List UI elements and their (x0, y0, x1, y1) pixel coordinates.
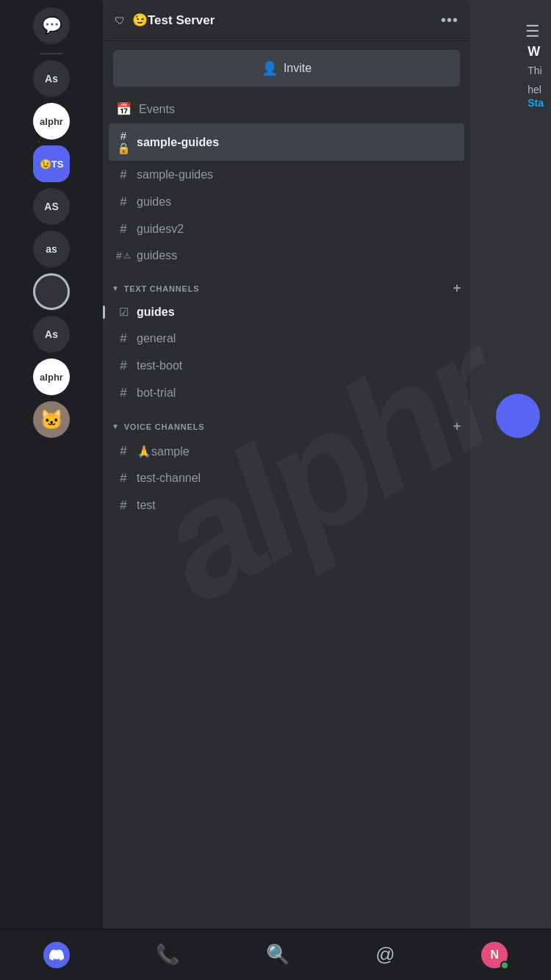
hash-icon: # (116, 195, 131, 209)
category-text-channels[interactable]: ▼ TEXT CHANNELS + (109, 269, 464, 299)
server-label: 😉TS (40, 159, 64, 170)
server-label: as (46, 243, 57, 255)
hash-icon: # (116, 444, 131, 458)
active-indicator (103, 306, 105, 319)
server-label: alphr (40, 372, 63, 383)
channel-name: guidess (137, 249, 177, 262)
right-panel-content: W Thi hel Sta (527, 44, 544, 109)
hash-icon: # (116, 498, 131, 513)
add-channel-button[interactable]: + (453, 281, 461, 296)
channel-item-bot-trial[interactable]: # bot-trial (109, 380, 464, 406)
calendar-icon: 📅 (116, 101, 132, 117)
chat-icon: 💬 (42, 16, 62, 35)
events-item[interactable]: 📅 Events (109, 96, 464, 123)
right-panel-text2: hel (527, 83, 544, 98)
hash-icon: # (116, 359, 131, 373)
right-panel-avatar (496, 394, 540, 438)
nav-item-discord[interactable] (43, 942, 70, 968)
right-panel-text1: Thi (527, 64, 544, 79)
sidebar-item-as-1[interactable]: As (33, 60, 70, 97)
sidebar-item-dm[interactable]: 💬 (33, 7, 70, 44)
shield-icon: 🛡 (115, 15, 125, 26)
hash-icon: # (116, 222, 131, 237)
chevron-icon: ▼ (112, 422, 120, 430)
channel-item-general[interactable]: # general (109, 325, 464, 352)
online-status-dot (500, 961, 509, 970)
channel-item-sample-guides-pin[interactable]: #🔒 sample-guides (109, 123, 464, 161)
server-sidebar: 💬 As alphr 😉TS AS as As alphr 🐱 (0, 0, 103, 980)
cat-icon: 🐱 (40, 408, 63, 431)
channel-item-sample-guides[interactable]: # sample-guides (109, 162, 464, 188)
server-label: As (45, 328, 58, 340)
hash-icon: # (116, 167, 131, 182)
add-channel-button[interactable]: + (453, 419, 461, 434)
right-panel-link[interactable]: Sta (527, 97, 544, 109)
category-label: TEXT CHANNELS (124, 284, 200, 293)
sidebar-item-as-2[interactable]: AS (33, 188, 70, 225)
channel-name: test-boot (137, 359, 182, 372)
nav-item-friends[interactable]: 📞 (156, 943, 179, 966)
invite-label: Invite (284, 62, 311, 75)
sidebar-item-cat[interactable]: 🐱 (33, 401, 70, 438)
channel-item-guidess[interactable]: #⚠ guidess (109, 243, 464, 268)
channel-name: bot-trial (137, 386, 176, 400)
channel-list: 📅 Events #🔒 sample-guides # sample-guide… (103, 96, 470, 933)
channel-item-test-channel[interactable]: # test-channel (109, 465, 464, 491)
discord-icon (43, 942, 70, 968)
sidebar-item-as-3[interactable]: as (33, 231, 70, 267)
channel-item-test-boot[interactable]: # test-boot (109, 353, 464, 379)
chevron-icon: ▼ (112, 284, 120, 292)
checkbox-icon: ☑ (116, 306, 131, 319)
hash-icon: # (116, 331, 131, 346)
channel-item-guidesv2[interactable]: # guidesv2 (109, 216, 464, 242)
hash-lock-icon: #🔒 (116, 129, 131, 155)
nav-item-search[interactable]: 🔍 (266, 943, 289, 966)
channel-name: guidesv2 (137, 223, 184, 236)
server-label: As (45, 73, 58, 84)
nitro-icon: N (481, 942, 508, 968)
server-header[interactable]: 🛡 😉Test Server ••• (103, 0, 470, 41)
right-panel-title: W (527, 44, 544, 60)
sidebar-item-alphr-2[interactable]: alphr (33, 359, 70, 395)
sidebar-item-ts-active[interactable]: 😉TS (33, 145, 70, 182)
category-label: VOICE CHANNELS (124, 422, 205, 431)
sidebar-item-as-4[interactable]: As (33, 316, 70, 353)
mention-icon: @ (375, 943, 395, 966)
server-label: alphr (40, 116, 63, 127)
hash-icon: # (116, 471, 131, 486)
sidebar-item-alphr-1[interactable]: alphr (33, 103, 70, 140)
more-options-button[interactable]: ••• (441, 12, 458, 29)
category-voice-channels[interactable]: ▼ VOICE CHANNELS + (109, 407, 464, 437)
channel-name: sample-guides (137, 168, 213, 181)
sidebar-divider-1 (40, 53, 63, 54)
channel-name: guides (137, 306, 175, 319)
channel-name: sample-guides (137, 136, 219, 149)
events-label: Events (139, 103, 175, 116)
channel-name: test (137, 499, 156, 512)
hash-icon: # (116, 386, 131, 400)
server-name: 😉Test Server (132, 12, 433, 28)
add-person-icon: 👤 (262, 60, 278, 76)
channel-name: 🙏sample (137, 444, 190, 458)
sidebar-item-ring[interactable] (33, 273, 70, 310)
nav-item-nitro[interactable]: N (481, 942, 508, 968)
channel-item-guides[interactable]: # guides (109, 189, 464, 215)
channel-item-guides-text[interactable]: ☑ guides (109, 300, 464, 325)
nav-item-mentions[interactable]: @ (375, 943, 395, 966)
hamburger-icon[interactable]: ☰ (525, 22, 540, 41)
channel-item-test[interactable]: # test (109, 492, 464, 519)
server-label: AS (44, 201, 58, 212)
hash-warning-icon: #⚠ (116, 250, 131, 262)
invite-button[interactable]: 👤 Invite (113, 50, 460, 87)
channel-name: general (137, 332, 176, 345)
search-icon: 🔍 (266, 943, 289, 966)
channel-name: test-channel (137, 472, 201, 485)
channel-item-sample-voice[interactable]: # 🙏sample (109, 438, 464, 464)
friends-icon: 📞 (156, 943, 179, 966)
bottom-nav: 📞 🔍 @ N (0, 929, 551, 980)
right-panel: ☰ W Thi hel Sta (463, 0, 551, 980)
channel-panel: 🛡 😉Test Server ••• 👤 Invite 📅 Events #🔒 … (103, 0, 470, 933)
channel-name: guides (137, 195, 171, 209)
